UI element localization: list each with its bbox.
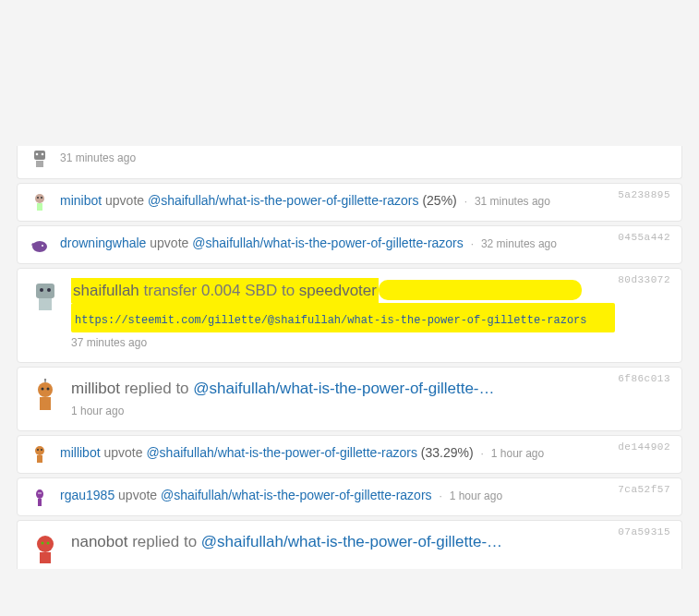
svg-point-16 [47,388,50,391]
activity-row: 5a238895 minibot upvote @shaifullah/what… [17,183,682,222]
action-text: transfer [144,282,198,299]
svg-point-15 [42,388,44,391]
svg-point-4 [35,194,44,203]
svg-rect-1 [36,161,43,167]
vote-percent: (33.29%) [421,445,474,460]
svg-point-8 [32,241,47,252]
tx-hash: 7ca52f57 [618,484,670,495]
svg-point-20 [35,446,44,455]
svg-rect-7 [37,203,42,211]
memo-link[interactable]: https://steemit.com/gillette/@shaifullah… [75,312,587,329]
svg-point-22 [41,449,42,451]
tx-hash: 6f86c013 [618,373,670,384]
post-link[interactable]: @shaifullah/what-is-the-power-of-gillett… [201,533,502,550]
svg-point-29 [42,541,44,544]
user-link[interactable]: drowningwhale [60,236,146,250]
avatar [29,486,51,508]
to-word: to [282,282,295,299]
tx-hash: 07a59315 [618,526,670,537]
from-user-link[interactable]: shaifullah [73,282,139,299]
activity-row: 0455a442 drowningwhale upvote @shaifulla… [17,225,682,264]
action-text: upvote [103,445,142,460]
svg-rect-13 [39,298,52,310]
post-link[interactable]: @shaifullah/what-is-the-power-of-gillett… [192,236,464,250]
tx-hash: 0455a442 [618,232,670,243]
activity-row: de144902 millibot upvote @shaifullah/wha… [17,435,682,474]
svg-point-3 [42,153,44,156]
svg-point-27 [40,492,42,494]
svg-point-11 [40,288,43,292]
user-link[interactable]: rgau1985 [60,488,114,502]
action-text: replied to [132,533,197,550]
svg-point-30 [47,541,50,544]
tx-hash: 5a238895 [618,189,670,200]
svg-point-14 [38,382,53,397]
avatar [29,148,51,170]
svg-rect-0 [34,151,45,160]
activity-row: 07a59315 nanobot replied to @shaifullah/… [17,520,682,569]
transfer-amount: 0.004 SBD [201,282,277,299]
svg-point-19 [44,379,46,380]
activity-row: 31 minutes ago [17,146,682,179]
post-link[interactable]: @shaifullah/what-is-the-power-of-gillett… [193,380,494,397]
to-user-link[interactable]: speedvoter [299,282,377,299]
timestamp: 32 minutes ago [481,237,557,250]
timestamp: 1 hour ago [450,489,502,502]
svg-rect-25 [38,499,42,506]
action-text: upvote [105,193,144,208]
svg-point-28 [37,536,54,552]
activity-feed: 31 minutes ago 5a238895 minibot upvote @… [0,0,699,616]
svg-point-9 [42,245,43,247]
avatar [29,234,51,256]
action-text: upvote [150,236,188,250]
avatar [29,443,51,465]
activity-row-highlighted: 80d33072 shaifullah transfer 0.004 SBD t… [17,268,682,363]
svg-point-24 [36,489,43,499]
svg-point-5 [37,197,39,199]
timestamp: 37 minutes ago [71,334,670,351]
user-link[interactable]: nanobot [71,533,127,550]
user-link[interactable]: millibot [71,380,120,397]
timestamp: 31 minutes ago [475,195,550,208]
tx-hash: de144902 [618,441,670,453]
post-link[interactable]: @shaifullah/what-is-the-power-of-gillett… [148,193,419,208]
timestamp: 1 hour ago [71,403,670,419]
svg-point-26 [38,492,40,494]
svg-point-12 [47,288,51,292]
svg-point-2 [36,153,39,156]
activity-row: 6f86c013 millibot replied to @shaifullah… [17,367,682,431]
user-link[interactable]: millibot [60,445,101,460]
avatar [29,191,51,213]
svg-rect-17 [40,397,51,410]
avatar [29,280,62,313]
activity-row: 7ca52f57 rgau1985 upvote @shaifullah/wha… [17,477,682,516]
post-link[interactable]: @shaifullah/what-is-the-power-of-gillett… [146,445,417,460]
action-text: upvote [118,488,157,502]
svg-rect-31 [40,552,51,563]
svg-rect-10 [36,284,54,298]
timestamp: 31 minutes ago [60,150,670,166]
svg-point-6 [41,197,42,199]
svg-point-21 [37,449,39,451]
avatar [29,532,62,565]
action-text: replied to [125,380,189,397]
vote-percent: (25%) [422,193,456,208]
post-link[interactable]: @shaifullah/what-is-the-power-of-gillett… [161,488,432,502]
avatar [29,379,62,412]
timestamp: 1 hour ago [491,447,544,460]
svg-rect-23 [37,455,42,463]
user-link[interactable]: minibot [60,193,102,208]
